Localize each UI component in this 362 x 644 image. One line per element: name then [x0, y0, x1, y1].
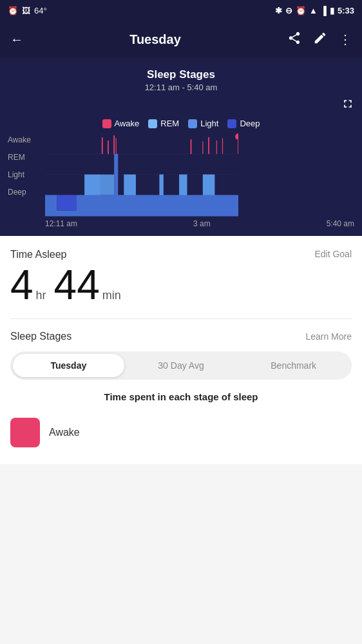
minutes-value: 44: [54, 264, 100, 306]
status-right: ✱ ⊖ ⏰ ▲ ▐ ▮ 5:33: [275, 6, 354, 15]
chart-header: Sleep Stages 12:11 am - 5:40 am: [8, 68, 354, 92]
header-actions: ⋮: [287, 31, 352, 48]
deep-color: [227, 119, 236, 128]
minus-circle-icon: ⊖: [285, 6, 292, 15]
x-label-mid: 3 am: [193, 219, 211, 228]
awake-stage-label: Awake: [49, 427, 80, 438]
deep-label: Deep: [240, 119, 260, 128]
light-label: Light: [200, 119, 218, 128]
awake-label: Awake: [115, 119, 140, 128]
rem-color: [148, 119, 157, 128]
x-axis-labels: 12:11 am 3 am 5:40 am: [45, 219, 354, 228]
bluetooth-icon: ✱: [275, 6, 282, 15]
alarm2-icon: ⏰: [296, 6, 306, 15]
tab-benchmark[interactable]: Benchmark: [238, 354, 349, 377]
header: ← Tuesday ⋮: [0, 21, 362, 58]
legend-awake: Awake: [102, 119, 140, 128]
time-asleep-section: Time Asleep Edit Goal: [10, 249, 352, 260]
sleep-stages-header: Sleep Stages Learn More: [10, 318, 352, 342]
tab-tuesday[interactable]: Tuesday: [13, 354, 124, 377]
legend-rem: REM: [148, 119, 179, 128]
legend-deep: Deep: [227, 119, 260, 128]
battery-icon: ▮: [330, 6, 334, 15]
more-options-button[interactable]: ⋮: [339, 32, 352, 47]
chart-time-range: 12:11 am - 5:40 am: [8, 83, 354, 92]
expand-button[interactable]: [341, 97, 354, 113]
learn-more-button[interactable]: Learn More: [305, 331, 352, 342]
temp-label: 64°: [34, 6, 47, 15]
light-color: [188, 119, 197, 128]
rem-label: REM: [160, 119, 179, 128]
image-icon: 🖼: [22, 6, 30, 15]
time-asleep-label: Time Asleep: [10, 249, 66, 260]
signal-icon: ▐: [321, 6, 327, 15]
status-bar: ⏰ 🖼 64° ✱ ⊖ ⏰ ▲ ▐ ▮ 5:33: [0, 0, 362, 21]
awake-stage-color: [10, 418, 40, 447]
chart-legend: Awake REM Light Deep: [8, 119, 354, 128]
sleep-chart-section: Sleep Stages 12:11 am - 5:40 am Awake RE…: [0, 58, 362, 236]
edit-goal-button[interactable]: Edit Goal: [314, 249, 352, 259]
share-button[interactable]: [287, 31, 301, 48]
chart-title: Sleep Stages: [8, 68, 354, 81]
x-label-end: 5:40 am: [327, 219, 354, 228]
sleep-tabs: Tuesday 30 Day Avg Benchmark: [10, 351, 352, 380]
stages-subtitle: Time spent in each stage of sleep: [10, 391, 352, 402]
wifi-icon: ▲: [309, 6, 318, 15]
legend-light: Light: [188, 119, 218, 128]
stage-item-awake: Awake: [10, 414, 352, 451]
time-display: 4 hr 44 min: [10, 264, 352, 306]
x-label-start: 12:11 am: [45, 219, 77, 228]
sleep-stages-svg: [45, 133, 238, 217]
page-title: Tuesday: [23, 32, 287, 47]
y-label-awake: Awake: [8, 136, 31, 144]
y-axis-labels: Awake REM Light Deep: [8, 133, 31, 199]
clock-time: 5:33: [338, 6, 354, 15]
alarm-icon: ⏰: [8, 6, 18, 15]
tab-30day-avg[interactable]: 30 Day Avg: [126, 354, 237, 377]
chart-svg-area: [45, 133, 238, 217]
y-label-deep: Deep: [8, 188, 31, 196]
chart-container: Awake REM Light Deep: [8, 133, 354, 228]
main-content: Time Asleep Edit Goal 4 hr 44 min Sleep …: [0, 236, 362, 464]
awake-color: [102, 119, 111, 128]
status-left: ⏰ 🖼 64°: [8, 6, 47, 15]
y-label-rem: REM: [8, 153, 31, 161]
sleep-stages-label: Sleep Stages: [10, 331, 71, 342]
hr-unit: hr: [36, 289, 46, 302]
hours-value: 4: [10, 264, 33, 306]
svg-point-14: [235, 133, 238, 140]
back-button[interactable]: ←: [10, 32, 23, 47]
y-label-light: Light: [8, 171, 31, 179]
edit-button[interactable]: [313, 31, 327, 48]
min-unit: min: [102, 289, 121, 302]
